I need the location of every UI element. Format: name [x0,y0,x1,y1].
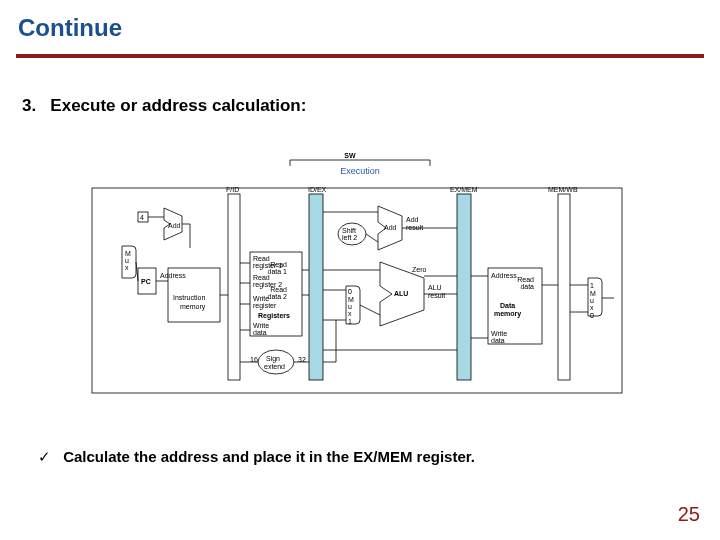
title-underline [16,54,704,58]
page-number: 25 [678,503,700,526]
svg-line-55 [360,305,380,315]
svg-text:data: data [491,337,505,344]
const-4: 4 [140,214,144,221]
label-aluresult: ALU [428,284,442,291]
label-memwb: MEM/WB [548,186,578,193]
svg-text:data: data [520,283,534,290]
label-registers: Registers [258,312,290,320]
svg-rect-5 [92,188,622,393]
svg-text:u: u [125,257,129,264]
label-execution: Execution [340,166,380,176]
label-sw: SW [344,152,356,159]
label-readdata2: Read [270,286,287,293]
bullet-line: ✓ Calculate the address and place it in … [38,448,475,466]
svg-point-33 [258,350,294,374]
step-heading: 3. Execute or address calculation: [22,96,306,116]
mux-wb1: 1 [590,282,594,289]
svg-text:u: u [348,303,352,310]
svg-text:result: result [428,292,445,299]
label-readreg2: Read [253,274,270,281]
label-readdata1: Read [270,261,287,268]
svg-text:data 2: data 2 [268,293,288,300]
label-exmem: EX/MEM [450,186,478,193]
svg-text:data 1: data 1 [268,268,288,275]
label-add-mid: Add [384,224,397,231]
mux-alu1: 1 [348,318,352,325]
svg-text:x: x [348,310,352,317]
label-idex: ID/EX [308,186,327,193]
svg-text:x: x [590,304,594,311]
svg-rect-4 [457,194,471,380]
label-alu: ALU [394,290,408,297]
svg-text:result: result [406,224,423,231]
mux-alu0: 0 [348,288,352,295]
label-dmem: Data [500,302,515,309]
svg-text:left 2: left 2 [342,234,357,241]
mux-ifpc-m: M [125,250,131,257]
label-dmem-addr: Address [491,272,517,279]
label-addresult: Add [406,216,419,223]
svg-line-42 [366,234,378,242]
label-imem-1: Instruction [173,294,205,301]
svg-text:extend: extend [264,363,285,370]
mux-wb0: 0 [590,312,594,319]
svg-text:data: data [253,329,267,336]
label-shift: Shift [342,227,356,234]
svg-text:M: M [590,290,596,297]
svg-text:u: u [590,297,594,304]
svg-rect-67 [558,194,570,380]
label-dmem-rd: Read [517,276,534,283]
check-icon: ✓ [38,448,51,466]
svg-text:memory: memory [494,310,521,318]
label-signext: Sign [266,355,280,363]
svg-text:x: x [125,264,129,271]
svg-rect-18 [228,194,240,380]
bullet-text: Calculate the address and place it in th… [63,448,475,465]
svg-text:M: M [348,296,354,303]
label-dmem-wd: Write [491,330,507,337]
label-add-top: Add [168,222,181,229]
step-number: 3. [22,96,36,115]
slide: Continue 3. Execute or address calculati… [0,0,720,540]
label-ifid: F/ID [226,186,239,193]
page-title: Continue [18,14,122,42]
label-zero: Zero [412,266,427,273]
label-writedata-reg: Write [253,322,269,329]
pipeline-diagram: SW Execution Add 4 M u x PC [90,150,630,410]
svg-rect-3 [309,194,323,380]
svg-text:memory: memory [180,303,206,311]
svg-text:register: register [253,302,277,310]
label-address-imem: Address [160,272,186,279]
step-text: Execute or address calculation: [50,96,306,115]
label-pc: PC [141,278,151,285]
label-readreg1: Read [253,255,270,262]
label-writereg: Write [253,295,269,302]
